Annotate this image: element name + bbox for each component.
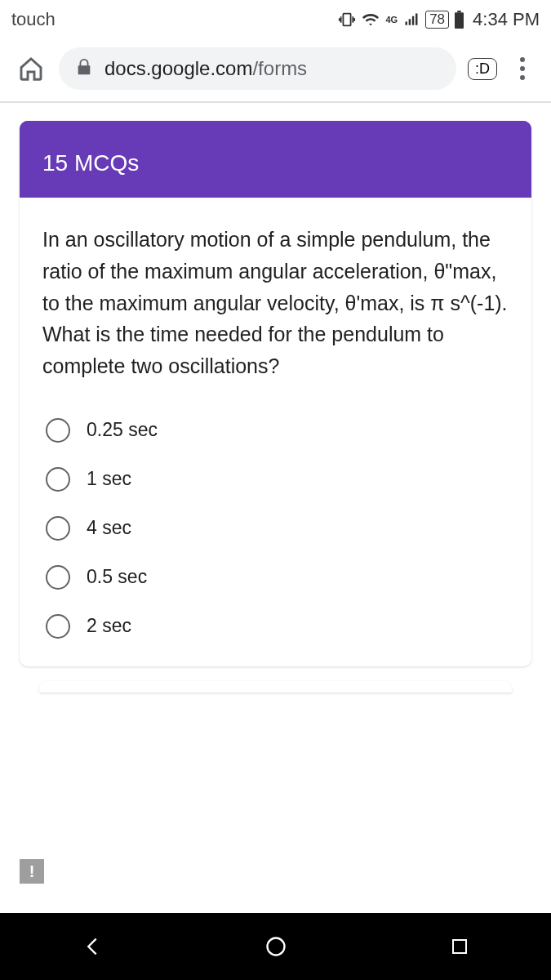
wifi-icon <box>362 11 380 29</box>
question-text: In an oscillatory motion of a simple pen… <box>42 224 509 382</box>
svg-rect-0 <box>344 14 351 26</box>
option-row[interactable]: 2 sec <box>42 604 509 648</box>
form-card: 15 MCQs In an oscillatory motion of a si… <box>20 121 531 666</box>
status-time: 4:34 PM <box>473 9 540 30</box>
system-nav-bar <box>0 913 551 980</box>
tab-badge[interactable]: :D <box>468 58 497 80</box>
option-row[interactable]: 1 sec <box>42 457 509 501</box>
option-label: 2 sec <box>87 615 131 637</box>
option-label: 0.25 sec <box>87 419 158 441</box>
content-area: 15 MCQs In an oscillatory motion of a si… <box>0 103 551 693</box>
option-row[interactable]: 4 sec <box>42 506 509 550</box>
radio-icon <box>46 565 70 590</box>
radio-icon <box>46 516 70 541</box>
status-right: 4G 78 4:34 PM <box>338 9 540 30</box>
vibrate-icon <box>338 11 356 29</box>
browser-toolbar: docs.google.com/forms :D <box>0 39 551 101</box>
option-label: 1 sec <box>87 468 131 490</box>
option-label: 0.5 sec <box>87 566 147 588</box>
options-group: 0.25 sec 1 sec 4 sec 0.5 sec 2 sec <box>42 408 509 648</box>
svg-rect-2 <box>457 11 460 12</box>
option-row[interactable]: 0.25 sec <box>42 408 509 452</box>
card-body: In an oscillatory motion of a simple pen… <box>20 198 531 666</box>
more-menu-button[interactable] <box>509 57 536 80</box>
back-button[interactable] <box>78 933 106 960</box>
home-nav-button[interactable] <box>262 933 290 960</box>
network-label: 4G <box>385 15 398 24</box>
signal-icon <box>403 11 420 28</box>
url-bar[interactable]: docs.google.com/forms <box>59 47 456 90</box>
option-label: 4 sec <box>87 517 131 539</box>
status-carrier: touch <box>11 9 56 30</box>
svg-rect-1 <box>455 12 464 29</box>
alert-badge[interactable]: ! <box>20 859 44 884</box>
option-row[interactable]: 0.5 sec <box>42 555 509 599</box>
next-card-edge <box>39 681 512 693</box>
status-bar: touch 4G 78 4:34 PM <box>0 0 551 39</box>
card-header-title: 15 MCQs <box>42 150 509 176</box>
svg-point-3 <box>267 938 284 956</box>
url-host: docs.google.com <box>104 57 252 79</box>
lock-icon <box>75 58 93 79</box>
radio-icon <box>46 614 70 639</box>
url-text: docs.google.com/forms <box>104 57 307 80</box>
battery-bar-icon <box>455 11 464 29</box>
home-button[interactable] <box>15 52 47 85</box>
svg-rect-4 <box>453 940 466 953</box>
radio-icon <box>46 418 70 443</box>
battery-icon: 78 <box>425 11 449 29</box>
radio-icon <box>46 467 70 492</box>
url-path: /forms <box>252 57 307 79</box>
recent-apps-button[interactable] <box>446 933 473 960</box>
card-header: 15 MCQs <box>20 121 531 198</box>
